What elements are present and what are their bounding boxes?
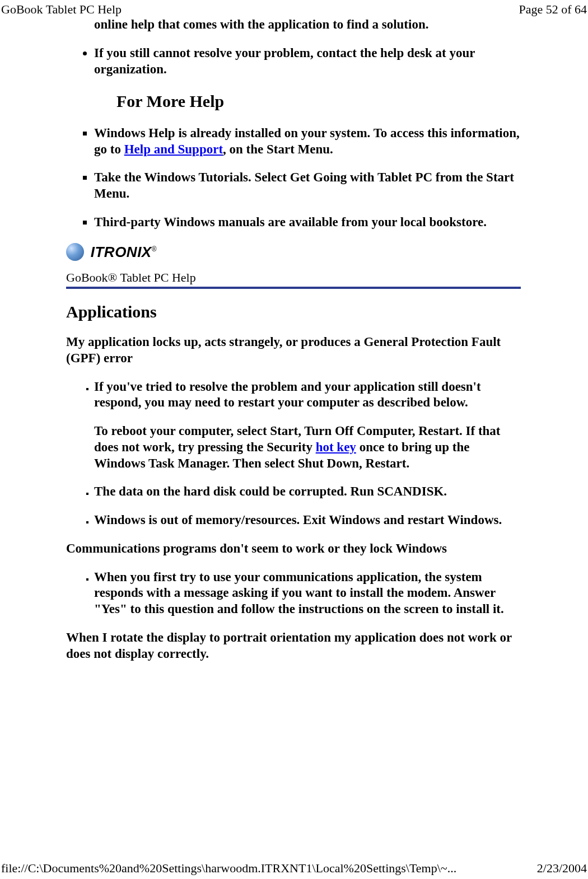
brand-block: ITRONIX®: [66, 243, 521, 261]
header-title: GoBook Tablet PC Help: [1, 2, 122, 17]
text: , on the Start Menu.: [223, 142, 333, 156]
text: Windows is out of memory/resources. Exit…: [94, 513, 502, 527]
header-page-number: Page 52 of 64: [519, 2, 587, 17]
registered-mark: ®: [152, 245, 157, 253]
text: The data on the hard disk could be corru…: [94, 484, 447, 498]
body-content: online help that comes with the applicat…: [66, 17, 521, 662]
list-item: If you've tried to resolve the problem a…: [94, 379, 521, 472]
footer-date: 2/23/2004: [537, 861, 587, 876]
intro-fragment: online help that comes with the applicat…: [94, 17, 521, 33]
text: Third-party Windows manuals are availabl…: [94, 215, 487, 229]
list-item: Windows Help is already installed on you…: [94, 125, 521, 158]
q1-list: If you've tried to resolve the problem a…: [66, 379, 521, 529]
divider: [66, 287, 521, 289]
question-1: My application locks up, acts strangely,…: [66, 334, 521, 367]
list-item: Take the Windows Tutorials. Select Get G…: [94, 170, 521, 202]
list-item: When you first try to use your communica…: [94, 569, 521, 618]
brand-subtitle: GoBook® Tablet PC Help: [66, 270, 521, 286]
help-and-support-link[interactable]: Help and Support: [124, 142, 223, 156]
more-help-heading: For More Help: [116, 91, 521, 112]
top-bullet-list: If you still cannot resolve your problem…: [66, 45, 521, 78]
text: Take the Windows Tutorials. Select Get G…: [94, 170, 514, 200]
brand-name-text: ITRONIX: [91, 244, 152, 260]
q2-list: When you first try to use your communica…: [66, 569, 521, 618]
hot-key-link[interactable]: hot key: [316, 440, 356, 454]
more-help-list: Windows Help is already installed on you…: [66, 125, 521, 231]
sub-paragraph: To reboot your computer, select Start, T…: [94, 423, 521, 471]
list-item: If you still cannot resolve your problem…: [94, 45, 521, 78]
list-item: Windows is out of memory/resources. Exit…: [94, 512, 521, 529]
footer-path: file://C:\Documents%20and%20Settings\har…: [1, 861, 456, 876]
brand-name: ITRONIX®: [91, 243, 157, 261]
globe-icon: [66, 243, 84, 261]
page: GoBook Tablet PC Help Page 52 of 64 onli…: [0, 0, 588, 879]
list-item: Third-party Windows manuals are availabl…: [94, 214, 521, 231]
applications-heading: Applications: [66, 301, 521, 322]
text: When you first try to use your communica…: [94, 570, 504, 616]
text: If you've tried to resolve the problem a…: [94, 380, 481, 410]
question-3: When I rotate the display to portrait or…: [66, 630, 521, 662]
list-item: The data on the hard disk could be corru…: [94, 484, 521, 500]
question-2: Communications programs don't seem to wo…: [66, 541, 521, 557]
